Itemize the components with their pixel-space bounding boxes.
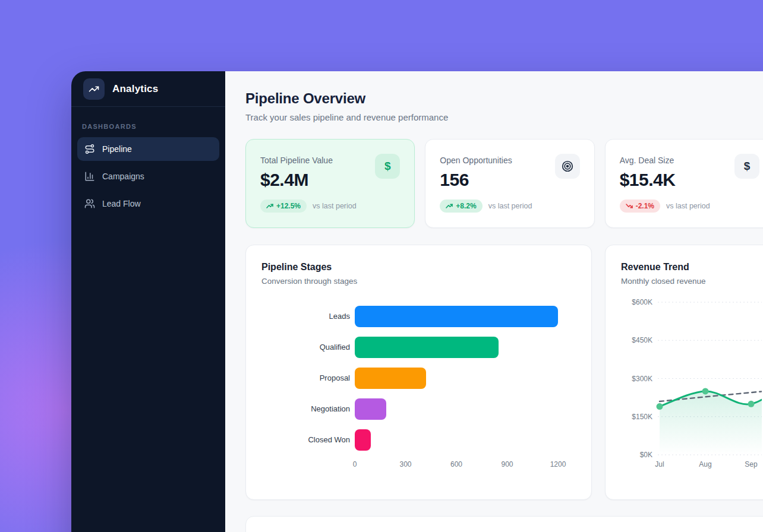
x-axis-tick: 0 <box>353 460 357 468</box>
bar-row: Negotiation <box>261 398 576 420</box>
kpi-note: vs last period <box>313 202 357 210</box>
delta-badge: +12.5% <box>260 200 307 213</box>
bar-category-label: Closed Won <box>261 435 355 445</box>
bar-chart-icon <box>84 171 95 182</box>
data-point[interactable] <box>748 401 755 407</box>
revenue-trend-svg: $0K$150K$300K$450K$600KJulAugSep <box>621 296 762 472</box>
app-title: Analytics <box>112 83 158 95</box>
sidebar-item-lead-flow[interactable]: Lead Flow <box>77 192 219 216</box>
chart-subtitle: Conversion through stages <box>261 277 576 286</box>
data-point[interactable] <box>702 388 709 394</box>
sidebar-logo-row: Analytics <box>71 71 225 107</box>
kpi-card-avg-deal-size[interactable]: Avg. Deal Size $15.4K -2.1% vs last peri… <box>605 139 763 228</box>
delta-badge: -2.1% <box>620 200 660 213</box>
bar-category-label: Leads <box>261 312 355 321</box>
bar-row: Qualified <box>261 337 576 358</box>
sidebar-item-label: Campaigns <box>102 172 144 181</box>
bar[interactable] <box>355 398 386 420</box>
kpi-note: vs last period <box>488 202 532 210</box>
revenue-trend-card: Revenue Trend Monthly closed revenue $0K… <box>605 245 763 500</box>
app-window: Analytics DASHBOARDS Pipeline Campaigns <box>71 71 763 532</box>
revenue-trend-line-chart: $0K$150K$300K$450K$600KJulAugSep <box>621 296 758 474</box>
delta-badge: +8.2% <box>440 200 482 213</box>
sidebar-item-label: Pipeline <box>102 144 132 154</box>
bar-chart-x-axis: 03006009001200 <box>261 460 576 470</box>
target-icon <box>555 154 580 179</box>
kpi-card-total-pipeline-value[interactable]: Total Pipeline Value $2.4M +12.5% vs las… <box>245 139 415 228</box>
charts-row: Pipeline Stages Conversion through stage… <box>245 245 763 500</box>
sidebar-item-campaigns[interactable]: Campaigns <box>77 164 219 188</box>
page-subtitle: Track your sales pipeline and revenue pe… <box>245 112 763 122</box>
bar-category-label: Proposal <box>261 373 355 383</box>
revenue-area-fill <box>660 373 762 455</box>
trending-up-icon <box>83 78 105 100</box>
y-axis-tick: $300K <box>632 375 652 383</box>
dollar-icon: $ <box>734 154 759 179</box>
y-axis-tick: $450K <box>632 336 652 344</box>
bar[interactable] <box>355 306 558 327</box>
trend-up-icon <box>266 202 273 210</box>
bottom-card-partial <box>245 516 763 532</box>
data-point[interactable] <box>657 403 663 410</box>
bar[interactable] <box>355 337 499 358</box>
x-axis-tick: 600 <box>450 460 462 468</box>
bar[interactable] <box>355 368 426 389</box>
trend-up-icon <box>446 202 453 210</box>
bar-row: Leads <box>261 306 576 327</box>
chart-title: Revenue Trend <box>621 262 758 273</box>
bar-row: Closed Won <box>261 429 576 451</box>
x-axis-tick: Aug <box>699 460 711 468</box>
sidebar: Analytics DASHBOARDS Pipeline Campaigns <box>71 71 225 532</box>
bar-category-label: Negotiation <box>261 404 355 414</box>
bar-category-label: Qualified <box>261 343 355 352</box>
sidebar-item-pipeline[interactable]: Pipeline <box>77 137 219 161</box>
bar-row: Proposal <box>261 368 576 389</box>
y-axis-tick: $150K <box>632 413 652 421</box>
y-axis-tick: $0K <box>640 451 652 459</box>
y-axis-tick: $600K <box>632 298 652 306</box>
nav-section-label: DASHBOARDS <box>82 123 215 130</box>
x-axis-tick: Jul <box>655 460 664 468</box>
page-title: Pipeline Overview <box>245 90 763 107</box>
x-axis-tick: Sep <box>745 460 758 468</box>
main-content: Pipeline Overview Track your sales pipel… <box>225 71 763 532</box>
kpi-row: Total Pipeline Value $2.4M +12.5% vs las… <box>245 139 763 228</box>
kpi-note: vs last period <box>666 202 710 210</box>
chart-subtitle: Monthly closed revenue <box>621 277 758 286</box>
x-axis-tick: 1200 <box>550 460 566 468</box>
pipeline-stages-bar-chart: LeadsQualifiedProposalNegotiationClosed … <box>261 306 576 451</box>
dollar-icon: $ <box>375 154 400 179</box>
trend-down-icon <box>626 202 633 210</box>
bar[interactable] <box>355 429 371 451</box>
kpi-card-open-opportunities[interactable]: Open Opportunities 156 +8.2% vs last per… <box>425 139 594 228</box>
sidebar-nav: DASHBOARDS Pipeline Campaigns Lead Flow <box>71 107 225 225</box>
chart-title: Pipeline Stages <box>261 262 576 273</box>
sidebar-item-label: Lead Flow <box>102 199 141 208</box>
users-icon <box>84 198 95 209</box>
pipeline-stages-card: Pipeline Stages Conversion through stage… <box>245 245 592 500</box>
route-icon <box>84 144 95 154</box>
x-axis-tick: 300 <box>399 460 411 468</box>
x-axis-tick: 900 <box>501 460 513 468</box>
